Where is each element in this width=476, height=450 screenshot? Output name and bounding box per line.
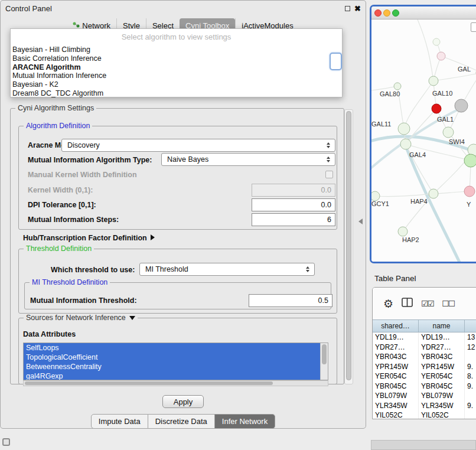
aracne-mode-value: Discovery [67,141,100,149]
float-window-icon[interactable] [345,6,350,11]
node-label: GAL1 [437,116,454,123]
algorithm-option[interactable]: ARACNE Algorithm [11,63,342,72]
scrollbar-thumb[interactable] [346,111,351,380]
node-label: SWI4 [449,138,465,145]
bottom-tabs: Impute Data Discretize Data Infer Networ… [1,414,366,429]
algorithm-option[interactable]: Mutual Information Inference [11,71,342,80]
network-node[interactable] [443,127,454,138]
column-header-name[interactable]: name [419,320,465,332]
tab-infer-network[interactable]: Infer Network [215,414,275,429]
node-label: HAP4 [410,198,428,205]
network-node[interactable] [464,154,476,167]
network-node[interactable] [455,99,468,112]
table-panel-window: ⚙ ☑☑ ☐☐ shared… name YDL19…YDL19…13YDR27… [372,287,476,419]
dpi-tolerance-field[interactable]: 0.0 [252,198,335,211]
node-label: GAL [458,66,471,73]
algorithm-option[interactable]: Bayesian - K2 [11,80,342,89]
mi-type-value: Naive Bayes [167,155,208,164]
node-label: GAL4 [409,151,426,158]
algorithm-option[interactable]: Bayesian - Hill Climbing [11,45,342,54]
column-header-cut[interactable] [465,320,476,332]
scrollbar-thumb[interactable] [25,381,273,385]
node-label: GCY1 [371,200,389,207]
algorithm-option[interactable]: Dream8 DC_TDC Algorithm [11,89,342,98]
splitter-collapse-arrow[interactable] [358,219,363,224]
network-node[interactable] [432,104,441,113]
table-row[interactable]: YBL079WYBL079W [373,391,476,401]
attribute-list-item[interactable]: SelfLoops [24,343,320,353]
network-node[interactable] [429,76,438,86]
settings-scrollbar[interactable] [344,109,353,384]
combo-arrows-icon [327,142,330,148]
network-edge [375,194,433,197]
table-row[interactable]: YER054CYER054C8. [373,371,476,381]
attribute-list-item[interactable]: BetweennessCentrality [24,362,320,371]
algorithm-combobox-fragment[interactable] [330,53,342,70]
table-header-row: shared… name [373,319,476,332]
network-canvas[interactable]: GALGAL80GAL10GAL1GAL11SWI4GAL4HAP4GCY1HA… [371,19,476,263]
sources-legend-toggle[interactable]: Sources for Network Inference [24,314,138,322]
attributes-horizontal-scrollbar[interactable] [23,380,328,386]
network-node[interactable] [464,186,475,197]
close-icon[interactable]: ✖ [354,5,361,12]
network-node[interactable] [394,83,401,90]
tab-discretize-data[interactable]: Discretize Data [148,414,215,429]
table-cell: YBL079W [373,391,419,401]
attribute-list-item[interactable]: TopologicalCoefficient [24,353,320,362]
table-row[interactable]: YBR045CYBR045C9. [373,381,476,392]
scrollbar-thumb[interactable] [322,344,327,364]
mi-threshold-value: 0.5 [318,296,328,305]
tab-impute-data[interactable]: Impute Data [91,414,148,429]
gear-icon[interactable]: ⚙ [383,297,393,311]
network-edge [418,19,433,81]
network-node[interactable] [371,191,380,201]
network-node[interactable] [400,139,411,149]
table-cell: YBR043C [419,352,465,362]
network-edge [371,86,397,90]
table-row[interactable]: YDR27…YDR27…12 [373,343,476,353]
table-cell: YPR145W [373,362,419,372]
table-row[interactable]: YDL19…YDL19…13 [373,332,476,343]
mi-threshold-legend: MI Threshold Definition [30,278,110,286]
kernel-width-label: Kernel Width (0,1): [28,186,93,194]
mi-steps-field[interactable]: 6 [252,213,335,226]
column-header-shared[interactable]: shared… [373,320,419,332]
network-node[interactable] [429,189,438,198]
columns-icon[interactable] [402,298,413,309]
close-traffic-light[interactable] [374,9,382,17]
attributes-vertical-scrollbar[interactable] [320,343,328,380]
zoom-traffic-light[interactable] [392,9,399,17]
table-cell: YIL052C [419,410,465,419]
table-row[interactable]: YBR043CYBR043C [373,352,476,362]
algorithm-option[interactable]: Basic Correlation Inference [11,54,342,63]
network-node[interactable] [398,227,407,236]
aracne-mode-combo[interactable]: Discovery [61,139,335,152]
table-cell: YDL19… [373,332,419,343]
network-node[interactable] [398,123,410,135]
table-row[interactable]: YPR145WYPR145W9. [373,362,476,372]
combo-arrows-icon [327,156,330,162]
hub-section-toggle[interactable]: Hub/Transcription Factor Definition [23,234,155,242]
mi-threshold-field[interactable]: 0.5 [249,294,332,307]
node-label: HAP2 [402,236,419,243]
network-edge [404,81,433,129]
select-all-icon[interactable]: ☑☑ [421,299,433,308]
minimize-traffic-light[interactable] [383,9,390,17]
collapsed-panel-icon[interactable] [2,438,10,446]
table-row[interactable]: YIL052CYIL052C [373,410,476,419]
deselect-all-icon[interactable]: ☐☐ [442,299,454,308]
attribute-list-item[interactable]: gal4RGexp [24,371,320,380]
which-threshold-value: MI Threshold [145,265,188,273]
which-threshold-combo[interactable]: MI Threshold [139,263,315,276]
toolbar-fragment [471,22,476,32]
table-panel-title: Table Panel [374,274,416,283]
data-attributes-list[interactable]: SelfLoopsTopologicalCoefficientBetweenne… [23,343,328,380]
apply-button[interactable]: Apply [162,395,204,408]
table-row[interactable]: YLR345WYLR345W9. [373,401,476,411]
table-cell: 9. [465,381,476,392]
table-toolbar: ⚙ ☑☑ ☐☐ [373,288,476,319]
mi-type-combo[interactable]: Naive Bayes [161,153,335,166]
network-node[interactable] [433,38,440,45]
network-node[interactable] [437,52,445,60]
collapsed-arrow-icon [151,234,155,240]
